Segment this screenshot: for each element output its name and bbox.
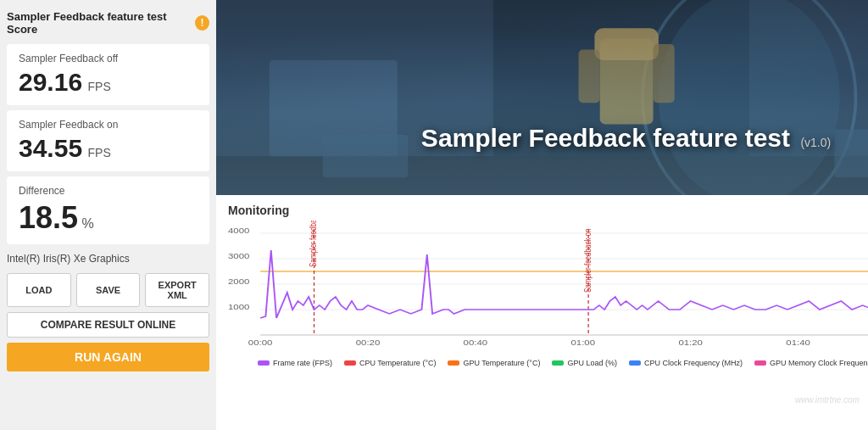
legend-color [344, 360, 356, 366]
run-again-button[interactable]: RUN AGAIN [7, 343, 209, 371]
title-text: Sampler Feedback feature test Score [7, 10, 190, 36]
compare-button[interactable]: COMPARE RESULT ONLINE [7, 312, 209, 338]
legend-item: Frame rate (FPS) [258, 359, 332, 367]
feedback-on-label: Sampler Feedback on [19, 119, 198, 131]
feedback-off-value: 29.16 [19, 68, 82, 96]
svg-text:00:40: 00:40 [464, 338, 488, 347]
legend-row: Frame rate (FPS)CPU Temperature (°C)GPU … [228, 355, 868, 367]
feedback-on-card: Sampler Feedback on 34.55 FPS [7, 110, 209, 171]
svg-text:00:20: 00:20 [356, 338, 381, 347]
svg-rect-9 [654, 44, 675, 103]
feedback-on-unit: FPS [88, 146, 111, 159]
gpu-label: Intel(R) Iris(R) Xe Graphics [7, 249, 209, 268]
legend-label: CPU Temperature (°C) [359, 359, 436, 367]
feedback-off-label: Sampler Feedback off [19, 53, 198, 64]
svg-text:00:00: 00:00 [248, 338, 273, 347]
svg-text:01:20: 01:20 [678, 338, 703, 347]
svg-text:Sampler feedback on: Sampler feedback on [583, 229, 593, 293]
legend-color [552, 360, 564, 366]
legend-color [448, 360, 459, 366]
watermark: www.imtrtne.com [795, 395, 860, 405]
load-button[interactable]: LOAD [7, 273, 71, 307]
svg-text:01:40: 01:40 [786, 338, 810, 347]
legend-label: CPU Clock Frequency (MHz) [644, 359, 743, 367]
legend-item: GPU Load (%) [552, 359, 617, 367]
hero-image: Sampler Feedback feature test (v1.0) [216, 0, 868, 195]
difference-label: Difference [19, 185, 198, 197]
legend-label: GPU Memory Clock Frequency (MHz) [770, 359, 868, 367]
legend-color [258, 360, 270, 366]
legend-color [754, 360, 766, 366]
legend-color [629, 360, 641, 366]
save-button[interactable]: SAVE [76, 273, 141, 307]
chart-area: 4000 3000 2000 1000 Frequency (MHz) 00:0 [228, 221, 868, 377]
feedback-on-value: 34.55 [19, 134, 82, 162]
legend-item: CPU Clock Frequency (MHz) [629, 359, 743, 367]
svg-text:2000: 2000 [228, 277, 250, 286]
left-panel: Sampler Feedback feature test Score ! Sa… [0, 0, 216, 430]
monitoring-chart: 4000 3000 2000 1000 Frequency (MHz) 00:0 [228, 221, 868, 352]
svg-rect-8 [579, 49, 600, 103]
svg-text:01:00: 01:00 [571, 338, 596, 347]
export-xml-button[interactable]: EXPORT XML [145, 273, 209, 307]
right-panel: Sampler Feedback feature test (v1.0) Mon… [216, 0, 868, 430]
svg-text:4000: 4000 [228, 226, 250, 235]
warning-icon: ! [195, 15, 209, 31]
legend-item: GPU Temperature (°C) [448, 359, 540, 367]
difference-value: 18.5 [19, 200, 78, 235]
svg-text:3000: 3000 [228, 252, 250, 260]
difference-unit: % [82, 216, 94, 231]
feedback-off-unit: FPS [88, 80, 111, 93]
legend-label: GPU Load (%) [567, 359, 617, 367]
hero-version: (v1.0) [800, 136, 831, 149]
monitoring-title: Monitoring [228, 204, 868, 217]
legend-item: GPU Memory Clock Frequency (MHz) [754, 359, 868, 367]
hero-title: Sampler Feedback feature test (v1.0) [421, 124, 831, 153]
svg-text:Sampler feedback off: Sampler feedback off [309, 221, 318, 267]
feedback-off-card: Sampler Feedback off 29.16 FPS [7, 44, 209, 105]
difference-card: Difference 18.5 % [7, 176, 209, 244]
svg-rect-7 [594, 28, 658, 60]
title-bar: Sampler Feedback feature test Score ! [7, 7, 209, 39]
legend-label: Frame rate (FPS) [273, 359, 332, 367]
svg-text:1000: 1000 [228, 303, 250, 311]
legend-item: CPU Temperature (°C) [344, 359, 436, 367]
monitoring-section: Monitoring 4000 3000 2000 1000 Frequency… [216, 195, 868, 430]
legend-label: GPU Temperature (°C) [463, 359, 540, 367]
action-buttons-row: LOAD SAVE EXPORT XML [7, 273, 209, 307]
